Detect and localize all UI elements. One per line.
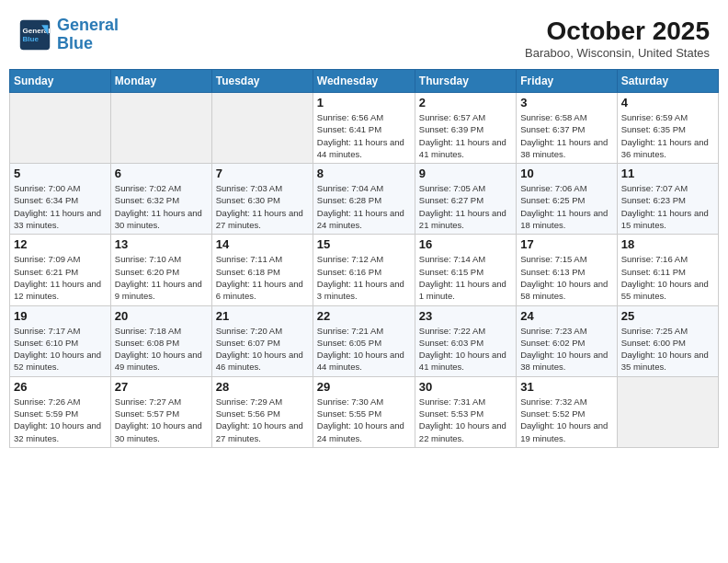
day-info: Sunrise: 7:04 AMSunset: 6:28 PMDaylight:… [317, 182, 411, 231]
calendar-cell: 15Sunrise: 7:12 AMSunset: 6:16 PMDayligh… [313, 235, 415, 305]
day-number: 19 [14, 309, 107, 323]
day-info: Sunrise: 7:23 AMSunset: 6:02 PMDaylight:… [520, 325, 612, 373]
calendar-cell [110, 93, 211, 164]
weekday-header-saturday: Saturday [617, 70, 718, 93]
day-info: Sunrise: 7:30 AMSunset: 5:55 PMDaylight:… [317, 396, 411, 444]
day-info: Sunrise: 7:18 AMSunset: 6:08 PMDaylight:… [115, 325, 208, 373]
calendar-cell: 18Sunrise: 7:16 AMSunset: 6:11 PMDayligh… [617, 235, 718, 305]
calendar-cell: 1Sunrise: 6:56 AMSunset: 6:41 PMDaylight… [313, 93, 415, 164]
day-info: Sunrise: 7:10 AMSunset: 6:20 PMDaylight:… [115, 253, 208, 302]
weekday-header-sunday: Sunday [10, 70, 111, 93]
weekday-header-friday: Friday [517, 70, 617, 93]
svg-text:Blue: Blue [23, 35, 40, 43]
logo-line1: General [57, 16, 119, 34]
day-info: Sunrise: 7:12 AMSunset: 6:16 PMDaylight:… [317, 253, 411, 302]
calendar-cell [211, 93, 313, 164]
day-number: 30 [419, 380, 512, 394]
day-number: 7 [216, 167, 309, 180]
day-info: Sunrise: 7:02 AMSunset: 6:32 PMDaylight:… [115, 182, 208, 231]
day-number: 5 [14, 167, 107, 180]
calendar-cell: 24Sunrise: 7:23 AMSunset: 6:02 PMDayligh… [517, 305, 617, 376]
calendar-cell: 28Sunrise: 7:29 AMSunset: 5:56 PMDayligh… [211, 376, 313, 447]
title-area: October 2025 Baraboo, Wisconsin, United … [525, 17, 710, 60]
day-number: 1 [317, 96, 411, 109]
day-number: 14 [216, 237, 309, 251]
calendar-cell: 30Sunrise: 7:31 AMSunset: 5:53 PMDayligh… [415, 376, 516, 447]
calendar-cell: 11Sunrise: 7:07 AMSunset: 6:23 PMDayligh… [617, 164, 718, 235]
day-number: 16 [419, 237, 512, 251]
calendar-cell: 6Sunrise: 7:02 AMSunset: 6:32 PMDaylight… [110, 164, 211, 235]
day-info: Sunrise: 7:29 AMSunset: 5:56 PMDaylight:… [216, 396, 309, 444]
weekday-header-thursday: Thursday [415, 70, 516, 93]
day-number: 3 [520, 96, 612, 109]
day-number: 2 [419, 96, 512, 109]
calendar-cell [617, 376, 718, 447]
day-info: Sunrise: 7:21 AMSunset: 6:05 PMDaylight:… [317, 325, 411, 373]
day-info: Sunrise: 7:07 AMSunset: 6:23 PMDaylight:… [621, 182, 714, 231]
location-subtitle: Baraboo, Wisconsin, United States [525, 46, 710, 60]
calendar-cell: 14Sunrise: 7:11 AMSunset: 6:18 PMDayligh… [211, 235, 313, 305]
day-info: Sunrise: 7:25 AMSunset: 6:00 PMDaylight:… [621, 325, 714, 373]
day-number: 27 [115, 380, 208, 394]
calendar-week-row: 12Sunrise: 7:09 AMSunset: 6:21 PMDayligh… [10, 235, 719, 305]
day-number: 21 [216, 309, 309, 323]
weekday-header-tuesday: Tuesday [211, 70, 313, 93]
logo-icon: General Blue [18, 18, 51, 52]
calendar-week-row: 19Sunrise: 7:17 AMSunset: 6:10 PMDayligh… [10, 305, 719, 376]
day-number: 20 [115, 309, 208, 323]
day-info: Sunrise: 7:20 AMSunset: 6:07 PMDaylight:… [216, 325, 309, 373]
weekday-header-row: SundayMondayTuesdayWednesdayThursdayFrid… [10, 70, 719, 93]
day-number: 23 [419, 309, 512, 323]
calendar: SundayMondayTuesdayWednesdayThursdayFrid… [9, 69, 719, 448]
day-number: 18 [621, 237, 714, 251]
day-number: 8 [317, 167, 411, 180]
weekday-header-wednesday: Wednesday [313, 70, 415, 93]
calendar-cell: 16Sunrise: 7:14 AMSunset: 6:15 PMDayligh… [415, 235, 516, 305]
day-number: 29 [317, 380, 411, 394]
calendar-cell: 3Sunrise: 6:58 AMSunset: 6:37 PMDaylight… [517, 93, 617, 164]
calendar-cell: 25Sunrise: 7:25 AMSunset: 6:00 PMDayligh… [617, 305, 718, 376]
header: General Blue General Blue October 2025 B… [9, 9, 719, 63]
day-number: 31 [520, 380, 612, 394]
day-info: Sunrise: 7:17 AMSunset: 6:10 PMDaylight:… [14, 325, 107, 373]
day-number: 10 [520, 167, 612, 180]
calendar-cell: 2Sunrise: 6:57 AMSunset: 6:39 PMDaylight… [415, 93, 516, 164]
day-number: 12 [14, 237, 107, 251]
logo: General Blue General Blue [18, 17, 119, 53]
month-title: October 2025 [525, 17, 710, 46]
day-info: Sunrise: 6:58 AMSunset: 6:37 PMDaylight:… [520, 111, 612, 160]
day-info: Sunrise: 7:27 AMSunset: 5:57 PMDaylight:… [115, 396, 208, 444]
calendar-cell: 9Sunrise: 7:05 AMSunset: 6:27 PMDaylight… [415, 164, 516, 235]
calendar-cell: 21Sunrise: 7:20 AMSunset: 6:07 PMDayligh… [211, 305, 313, 376]
day-info: Sunrise: 7:11 AMSunset: 6:18 PMDaylight:… [216, 253, 309, 302]
day-info: Sunrise: 6:57 AMSunset: 6:39 PMDaylight:… [419, 111, 512, 160]
day-info: Sunrise: 7:15 AMSunset: 6:13 PMDaylight:… [520, 253, 612, 302]
calendar-cell: 12Sunrise: 7:09 AMSunset: 6:21 PMDayligh… [10, 235, 111, 305]
calendar-week-row: 1Sunrise: 6:56 AMSunset: 6:41 PMDaylight… [10, 93, 719, 164]
day-number: 11 [621, 167, 714, 180]
day-number: 26 [14, 380, 107, 394]
day-info: Sunrise: 7:06 AMSunset: 6:25 PMDaylight:… [520, 182, 612, 231]
day-number: 25 [621, 309, 714, 323]
weekday-header-monday: Monday [110, 70, 211, 93]
calendar-cell: 17Sunrise: 7:15 AMSunset: 6:13 PMDayligh… [517, 235, 617, 305]
calendar-cell: 4Sunrise: 6:59 AMSunset: 6:35 PMDaylight… [617, 93, 718, 164]
day-number: 17 [520, 237, 612, 251]
calendar-cell: 10Sunrise: 7:06 AMSunset: 6:25 PMDayligh… [517, 164, 617, 235]
calendar-cell: 8Sunrise: 7:04 AMSunset: 6:28 PMDaylight… [313, 164, 415, 235]
day-info: Sunrise: 7:32 AMSunset: 5:52 PMDaylight:… [520, 396, 612, 444]
calendar-cell: 23Sunrise: 7:22 AMSunset: 6:03 PMDayligh… [415, 305, 516, 376]
calendar-week-row: 5Sunrise: 7:00 AMSunset: 6:34 PMDaylight… [10, 164, 719, 235]
day-number: 15 [317, 237, 411, 251]
day-info: Sunrise: 7:03 AMSunset: 6:30 PMDaylight:… [216, 182, 309, 231]
day-number: 13 [115, 237, 208, 251]
day-info: Sunrise: 6:56 AMSunset: 6:41 PMDaylight:… [317, 111, 411, 160]
day-info: Sunrise: 7:00 AMSunset: 6:34 PMDaylight:… [14, 182, 107, 231]
calendar-cell: 26Sunrise: 7:26 AMSunset: 5:59 PMDayligh… [10, 376, 111, 447]
day-number: 28 [216, 380, 309, 394]
logo-text: General Blue [57, 17, 119, 53]
day-info: Sunrise: 7:22 AMSunset: 6:03 PMDaylight:… [419, 325, 512, 373]
logo-line2: Blue [57, 34, 93, 52]
calendar-cell [10, 93, 111, 164]
calendar-cell: 22Sunrise: 7:21 AMSunset: 6:05 PMDayligh… [313, 305, 415, 376]
